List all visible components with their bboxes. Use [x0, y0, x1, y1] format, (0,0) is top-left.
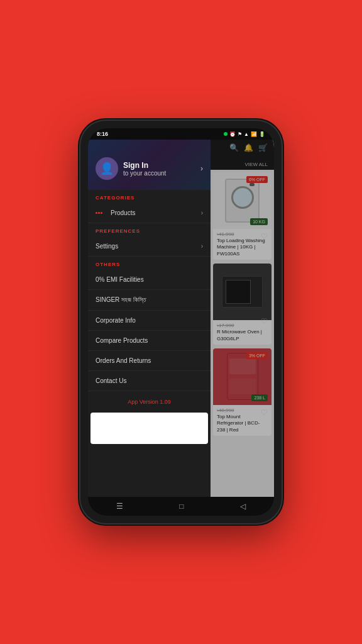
alarm-icon: ⏰ [229, 131, 236, 137]
menu-item-emi[interactable]: 0% EMI Facilities [88, 270, 211, 290]
corporate-label: Corporate Info [96, 317, 203, 324]
menu-item-singer-easy[interactable]: SINGER সহজ কিস্তি [88, 290, 211, 311]
menu-item-products[interactable]: Products › [88, 203, 211, 223]
user-icon: 👤 [100, 162, 114, 175]
menu-item-contact[interactable]: Contact Us [88, 371, 211, 391]
settings-arrow-icon: › [201, 243, 203, 250]
side-drawer: 👤 Sign In to your account › CATEGORIES [88, 140, 211, 497]
categories-header: CATEGORIES [88, 190, 211, 203]
bottom-nav: ☰ □ ◁ [88, 497, 274, 516]
contact-label: Contact Us [96, 377, 203, 384]
others-header: OTHERS [88, 257, 211, 270]
settings-label: Settings [96, 243, 196, 250]
menu-item-settings[interactable]: Settings › [88, 236, 211, 257]
home-nav-icon[interactable]: □ [179, 502, 184, 511]
emi-label: 0% EMI Facilities [96, 276, 203, 283]
battery-icon: 🔋 [259, 131, 265, 137]
sign-in-arrow-icon: › [200, 164, 203, 173]
products-label: Products [111, 209, 196, 216]
menu-item-orders[interactable]: Orders And Returns [88, 351, 211, 371]
menu-nav-icon[interactable]: ☰ [116, 502, 123, 511]
sign-in-text: Sign In to your account [123, 161, 195, 177]
menu-item-compare[interactable]: Compare Products [88, 331, 211, 351]
wifi-icon: ▲ [244, 131, 249, 137]
status-bar: 8:16 ⏰ ⚑ ▲ 📶 🔋 [88, 128, 274, 140]
content-wrapper: 👤 Sign In to your account › CATEGORIES [88, 140, 274, 497]
products-arrow-icon: › [201, 209, 203, 216]
products-icon [96, 210, 106, 216]
drawer-header: 👤 Sign In to your account › [88, 140, 211, 190]
app-version: App Version 1.09 [88, 391, 211, 413]
status-dot [224, 132, 228, 136]
singer-easy-label: SINGER সহজ কিস্তি [96, 296, 203, 304]
signal-icon: 📶 [251, 131, 257, 137]
white-block [90, 413, 208, 444]
status-time: 8:16 [97, 131, 108, 137]
compare-label: Compare Products [96, 337, 203, 344]
sign-in-button[interactable]: 👤 Sign In to your account › [96, 157, 203, 180]
location-icon: ⚑ [238, 131, 242, 137]
back-nav-icon[interactable]: ◁ [240, 502, 246, 511]
menu-item-corporate[interactable]: Corporate Info [88, 311, 211, 331]
orders-label: Orders And Returns [96, 357, 203, 364]
preferences-header: PREFERENCES [88, 223, 211, 236]
sign-in-subtitle: to your account [123, 170, 195, 177]
phone-screen: 8:16 ⏰ ⚑ ▲ 📶 🔋 👤 [88, 128, 274, 516]
avatar: 👤 [96, 157, 118, 180]
singer-logo [96, 212, 102, 214]
phone-container: 8:16 ⏰ ⚑ ▲ 📶 🔋 👤 [80, 121, 282, 523]
status-icons: ⏰ ⚑ ▲ 📶 🔋 [224, 131, 265, 137]
sign-in-title: Sign In [123, 161, 195, 170]
